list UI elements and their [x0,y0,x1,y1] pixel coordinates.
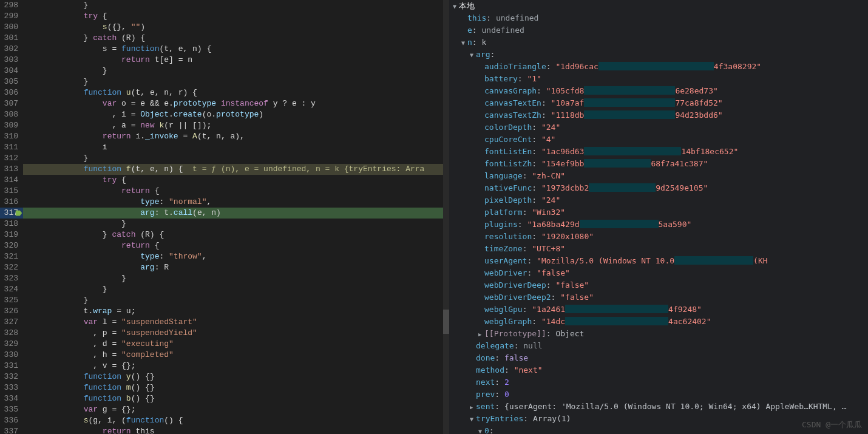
code-line[interactable]: type: "normal", [23,197,443,208]
code-line[interactable]: var l = "suspendedStart" [23,317,443,328]
scope-row: method: "next" [449,364,868,376]
watermark: CSDN @一个瓜瓜 [802,419,862,430]
scope-prop: cpuCoreCnt: "4" [449,134,868,146]
code-line[interactable]: try { [23,11,443,22]
code-line[interactable]: s = function(t, e, n) { [23,44,443,55]
code-line[interactable]: function f(t, e, n) { t = ƒ (n), e = und… [23,164,443,175]
scope-prop: nativeFunc: "1973dcbb29d2549e105" [449,182,868,194]
code-line[interactable]: , v = {}; [23,361,443,371]
code-line[interactable]: var o = e && e.prototype instanceof y ? … [23,98,443,109]
scope-prop: webglGpu: "1a24614f9248" [449,303,868,316]
code-line[interactable]: return i._invoke = A(t, n, a), [23,131,443,142]
code-line[interactable]: t.wrap = u; [23,306,443,317]
scope-row: e: undefined [449,24,868,36]
scope-row: delegate: null [449,340,868,352]
code-line[interactable]: return { [23,240,443,251]
code-line[interactable]: } [23,66,443,76]
scope-prop: canvasTextZh: "1118db94d23bdd6" [449,109,868,121]
code-line[interactable]: function b() {} [23,393,443,404]
code-line[interactable]: s({}, "") [23,22,443,33]
code-line[interactable]: } [23,153,443,164]
scope-prototype[interactable]: [[Prototype]]: Object [449,328,868,340]
scope-prop: plugins: "1a68ba429d5aa590" [449,219,868,231]
line-number: 303 [0,55,23,66]
scope-prop: resolution: "1920x1080" [449,231,868,243]
scope-prop: fontListEn: "1ac96d6314bf18ec652" [449,146,868,158]
scope-tree[interactable]: 本地this: undefinede: undefinedn: karg:aud… [449,0,868,434]
code-line[interactable]: , p = "suspendedYield" [23,328,443,339]
scope-prop: canvasGraph: "105cfd86e28ed73" [449,85,868,97]
execution-pointer-icon [0,208,23,219]
code-line[interactable]: function m() {} [23,382,443,393]
scope-local-header[interactable]: 本地 [449,0,868,12]
debug-scope-panel[interactable]: 本地this: undefinede: undefinedn: karg:aud… [449,0,868,434]
code-line[interactable]: , a = new k(r || []); [23,120,443,131]
line-number: 319 [0,229,23,240]
line-number: 311 [0,142,23,153]
line-number: 307 [0,98,23,109]
code-line[interactable]: } [23,295,443,306]
line-gutter: 2982993003013023033043053063073083093103… [0,0,23,434]
scope-prop: fontListZh: "154ef9bb68f7a41c387" [449,158,868,170]
scope-sent[interactable]: sent: {userAgent: 'Mozilla/5.0 (Windows … [449,401,868,413]
line-number: 330 [0,350,23,361]
scope-prop: userAgent: "Mozilla/5.0 (Windows NT 10.0… [449,255,868,267]
scope-row: next: 2 [449,376,868,388]
line-number: 323 [0,273,23,284]
scope-row: prev: 0 [449,388,868,401]
line-number: 334 [0,393,23,404]
code-line[interactable]: i [23,142,443,153]
code-line[interactable]: } [23,284,443,295]
code-line[interactable]: } [23,219,443,229]
code-line[interactable]: s(g, i, (function() { [23,415,443,426]
scrollbar-thumb[interactable] [443,310,449,334]
line-number: 331 [0,361,23,371]
code-line[interactable]: , h = "completed" [23,350,443,361]
line-number: 337 [0,426,23,434]
line-number: 313 [0,164,23,175]
code-line[interactable]: return this [23,426,443,434]
code-line[interactable]: } [23,0,443,11]
scope-prop: webDriverDeep2: "false" [449,291,868,303]
code-line[interactable]: } catch (R) { [23,33,443,44]
scope-prop: timeZone: "UTC+8" [449,243,868,255]
scope-prop: language: "zh-CN" [449,170,868,182]
code-line[interactable]: return { [23,186,443,197]
line-number: 306 [0,87,23,98]
scope-var-n[interactable]: n: k [449,36,868,49]
scope-prop: webglGraph: "14dc4ac62402" [449,316,868,328]
code-line[interactable]: try { [23,175,443,186]
code-area[interactable]: } try { s({}, "") } catch (R) { s = func… [23,0,443,434]
line-number: 325 [0,295,23,306]
line-number: 333 [0,382,23,393]
code-line[interactable]: } [23,273,443,284]
line-number: 326 [0,306,23,317]
code-editor[interactable]: 2982993003013023033043053063073083093103… [0,0,449,434]
code-line[interactable]: } catch (R) { [23,229,443,240]
line-number: 315 [0,186,23,197]
line-number: 312 [0,153,23,164]
code-line[interactable]: } [23,76,443,87]
line-number: 299 [0,11,23,22]
code-line[interactable]: return t[e] = n [23,55,443,66]
scope-prop: pixelDepth: "24" [449,194,868,206]
code-line[interactable]: , d = "executing" [23,339,443,350]
code-line[interactable]: type: "throw", [23,251,443,262]
line-number: 300 [0,22,23,33]
line-number: 302 [0,44,23,55]
scope-arg[interactable]: arg: [449,49,868,61]
line-number: 327 [0,317,23,328]
line-number: 321 [0,251,23,262]
code-line[interactable]: function y() {} [23,371,443,382]
line-number: 329 [0,339,23,350]
code-line[interactable]: arg: R [23,262,443,273]
code-line[interactable]: , i = Object.create(o.prototype) [23,109,443,120]
editor-scrollbar[interactable] [443,0,449,434]
line-number: 298 [0,0,23,11]
code-line[interactable]: var g = {}; [23,404,443,415]
code-line[interactable]: arg: t.call(e, n) [23,208,443,219]
scope-prop: colorDepth: "24" [449,121,868,134]
code-line[interactable]: function u(t, e, n, r) { [23,87,443,98]
scope-prop: battery: "1" [449,73,868,85]
scope-row: done: false [449,352,868,364]
